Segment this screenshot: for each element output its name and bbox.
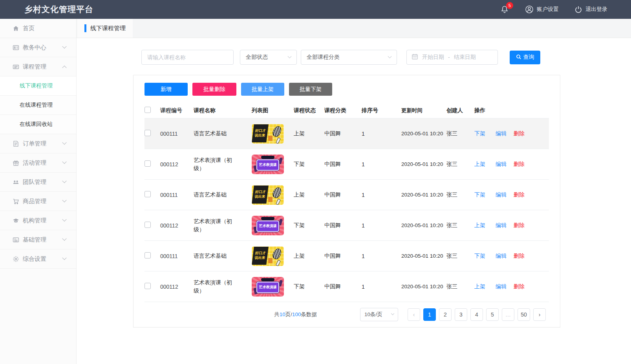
publish-link[interactable]: 上架	[474, 283, 485, 289]
sidebar-item-home[interactable]: 首页	[0, 19, 76, 38]
course-list-panel: 新增 批量删除 批量上架 批量下架 课程编号 课程名称 列表图 课程状态 课程分…	[133, 75, 560, 328]
course-status: 下架	[294, 222, 324, 229]
sidebar-item-base-management[interactable]: 基础管理	[0, 230, 76, 249]
edit-link[interactable]: 编辑	[496, 283, 507, 289]
page-ellipsis-button[interactable]: …	[502, 308, 514, 321]
page-button-2[interactable]: 2	[439, 308, 452, 321]
home-icon	[13, 25, 19, 32]
page-button-1[interactable]: 1	[423, 308, 436, 321]
unpublish-link[interactable]: 下架	[474, 253, 485, 259]
sidebar-item-order-management[interactable]: 订单管理	[0, 134, 76, 153]
delete-link[interactable]: 删除	[514, 222, 525, 228]
logout-button[interactable]: 退出登录	[574, 5, 607, 13]
microphone-graphic	[271, 125, 283, 138]
chevron-down-icon	[391, 312, 394, 315]
publish-link[interactable]: 上架	[474, 161, 485, 167]
course-category: 中国舞	[324, 283, 362, 290]
course-sort: 1	[362, 284, 401, 290]
course-updated: 2020-05-01 10:20	[401, 253, 446, 259]
publish-link[interactable]: 上架	[474, 222, 485, 228]
sidebar-item-label: 基础管理	[23, 236, 46, 244]
sidebar-item-team-management[interactable]: 团队管理	[0, 173, 76, 192]
row-checkbox[interactable]	[144, 191, 151, 197]
course-category: 中国舞	[324, 130, 362, 137]
page-button-50[interactable]: 50	[518, 308, 530, 321]
status-select-value: 全部状态	[246, 54, 268, 61]
sidebar-item-academic-center[interactable]: 教务中心	[0, 38, 76, 57]
row-checkbox[interactable]	[144, 283, 151, 289]
course-name-input[interactable]	[141, 50, 234, 65]
account-settings-button[interactable]: 账户设置	[525, 5, 559, 14]
date-range-picker[interactable]: 开始日期 - 结束日期	[406, 50, 498, 65]
course-category: 中国舞	[324, 222, 362, 229]
course-id: 000111	[160, 131, 194, 137]
delete-link[interactable]: 删除	[514, 253, 525, 259]
delete-link[interactable]: 删除	[514, 283, 525, 289]
course-id: 000112	[160, 161, 194, 167]
batch-publish-button[interactable]: 批量上架	[241, 83, 284, 96]
sidebar-item-label: 综合设置	[23, 255, 46, 263]
course-creator: 张三	[446, 191, 474, 198]
sidebar-item-label: 团队管理	[23, 178, 46, 186]
date-end-placeholder: 结束日期	[454, 54, 476, 61]
row-checkbox[interactable]	[144, 160, 151, 167]
page-button-5[interactable]: 5	[486, 308, 499, 321]
thumbnail-tag	[261, 278, 274, 281]
table-row: 000112 艺术表演课（初级） 艺术表演课 下架 中国舞 1 20	[144, 149, 549, 180]
chevron-down-icon	[62, 44, 66, 49]
order-icon	[13, 140, 19, 147]
add-button[interactable]: 新增	[144, 83, 188, 96]
sidebar-subitem-offline-courses[interactable]: 线下课程管理	[0, 76, 76, 96]
batch-unpublish-button[interactable]: 批量下架	[289, 83, 332, 96]
edit-link[interactable]: 编辑	[496, 191, 507, 198]
delete-link[interactable]: 删除	[514, 161, 525, 167]
pagination-summary: 共10页/100条数据	[274, 311, 317, 318]
sidebar-item-activity-management[interactable]: 活动管理	[0, 153, 76, 173]
table-header-row: 课程编号 课程名称 列表图 课程状态 课程分类 排序号 更新时间 创建人 操作	[144, 103, 549, 118]
sidebar-item-label: 活动管理	[23, 159, 46, 167]
breadcrumb-tab[interactable]: 线下课程管理	[77, 19, 133, 38]
sidebar-subitem-online-courses[interactable]: 在线课程管理	[0, 96, 76, 115]
chevron-down-icon	[62, 256, 66, 260]
unpublish-link[interactable]: 下架	[474, 191, 485, 198]
search-button-label: 查询	[523, 54, 534, 61]
delete-link[interactable]: 删除	[514, 191, 525, 198]
edit-link[interactable]: 编辑	[496, 161, 507, 167]
row-checkbox[interactable]	[144, 222, 151, 228]
idcard-icon	[13, 44, 19, 51]
page-size-value: 10条/页	[364, 311, 382, 318]
course-name: 语言艺术基础	[194, 129, 252, 138]
sidebar-item-general-settings[interactable]: 综合设置	[0, 249, 76, 269]
search-button[interactable]: 查询	[510, 51, 540, 64]
account-settings-label: 账户设置	[537, 6, 559, 13]
course-creator: 张三	[446, 253, 474, 260]
category-select[interactable]: 全部课程分类	[301, 50, 397, 65]
page-size-select[interactable]: 10条/页	[360, 308, 398, 321]
sidebar-item-course-management[interactable]: 课程管理	[0, 57, 76, 76]
prev-page-button[interactable]: ‹	[408, 308, 420, 321]
sidebar-item-goods-management[interactable]: 商品管理	[0, 192, 76, 211]
course-category: 中国舞	[324, 191, 362, 198]
unpublish-link[interactable]: 下架	[474, 130, 485, 136]
batch-delete-button[interactable]: 批量删除	[192, 83, 236, 96]
page-button-4[interactable]: 4	[470, 308, 483, 321]
edit-link[interactable]: 编辑	[496, 130, 507, 136]
row-checkbox[interactable]	[144, 252, 151, 258]
select-all-checkbox[interactable]	[144, 107, 151, 113]
sidebar-subitem-online-recycle-bin[interactable]: 在线课回收站	[0, 115, 76, 134]
sidebar-item-institution-management[interactable]: 机构管理	[0, 211, 76, 230]
notification-badge: 5	[506, 2, 513, 9]
notifications-button[interactable]: 5	[500, 5, 509, 14]
next-page-button[interactable]: ›	[533, 308, 546, 321]
chevron-down-icon	[62, 237, 66, 241]
page-button-3[interactable]: 3	[455, 308, 467, 321]
course-id: 000111	[160, 253, 194, 259]
edit-link[interactable]: 编辑	[496, 253, 507, 259]
delete-link[interactable]: 删除	[514, 130, 525, 136]
course-name: 艺术表演课（初级）	[194, 278, 252, 295]
column-header: 操作	[474, 107, 549, 114]
row-checkbox[interactable]	[144, 130, 151, 136]
status-select[interactable]: 全部状态	[240, 50, 297, 65]
edit-link[interactable]: 编辑	[496, 222, 507, 228]
table-row: 000112 艺术表演课（初级） 艺术表演课 下架 中国舞 1 20	[144, 271, 549, 302]
